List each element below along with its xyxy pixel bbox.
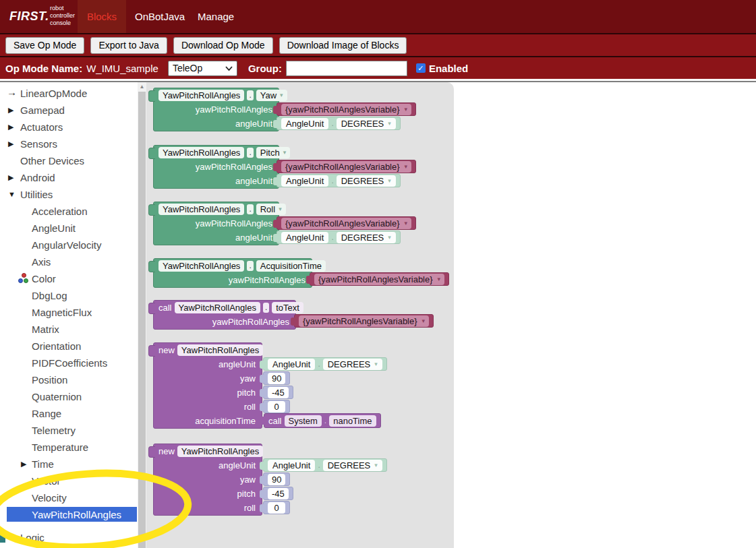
enum-value-dropdown[interactable]: DEGREES▾: [337, 118, 396, 129]
property-dropdown[interactable]: Yaw▾: [256, 90, 287, 101]
sidebar-item-linearopmode[interactable]: → LinearOpMode: [0, 85, 138, 102]
block-new-yawpitchrollangles-4param[interactable]: new YawPitchRollAngles angleUnit yaw pit…: [153, 444, 262, 516]
group-input[interactable]: [286, 61, 407, 76]
enum-class-field: AngleUnit: [281, 232, 328, 243]
angleunit-enum-block[interactable]: AngleUnit . DEGREES▾: [277, 117, 401, 130]
number-block-roll[interactable]: 0: [263, 400, 290, 413]
enum-value-dropdown[interactable]: DEGREES▾: [323, 460, 382, 471]
variable-dropdown[interactable]: {yawPitchRollAnglesVariable}▾: [281, 104, 411, 115]
object-field: YawPitchRollAngles: [158, 90, 244, 101]
value-connector-tab: [260, 403, 264, 411]
sidebar-item-orientation[interactable]: Orientation: [0, 338, 138, 355]
flavor-select[interactable]: TeleOp: [168, 61, 237, 76]
variable-dropdown[interactable]: {yawPitchRollAnglesVariable}▾: [299, 315, 429, 327]
sidebar-item-android[interactable]: ▶ Android: [0, 169, 138, 186]
tab-manage[interactable]: Manage: [198, 0, 234, 33]
input-label: yawPitchRollAngles: [154, 275, 312, 285]
property-dropdown[interactable]: Roll▾: [256, 204, 286, 215]
sidebar-item-logic[interactable]: Logic: [0, 529, 138, 546]
variable-dropdown[interactable]: {yawPitchRollAnglesVariable}▾: [314, 274, 444, 285]
sidebar-item-magneticflux[interactable]: MagneticFlux: [0, 304, 138, 321]
sidebar-item-axis[interactable]: Axis: [0, 253, 138, 270]
sidebar-item-dbglog[interactable]: DbgLog: [0, 287, 138, 304]
number-field[interactable]: 90: [268, 373, 285, 384]
number-block-roll[interactable]: 0: [263, 501, 290, 514]
number-block-pitch[interactable]: -45: [263, 386, 293, 399]
angleunit-enum-block[interactable]: AngleUnit . DEGREES▾: [277, 231, 401, 244]
scrollbar-thumb[interactable]: [138, 92, 146, 548]
enum-value-dropdown[interactable]: DEGREES▾: [337, 175, 396, 187]
sidebar-item-angularvelocity[interactable]: AngularVelocity: [0, 237, 138, 253]
variable-block[interactable]: {yawPitchRollAnglesVariable}▾: [310, 272, 449, 286]
number-field[interactable]: -45: [268, 488, 289, 499]
variable-block[interactable]: {yawPitchRollAnglesVariable}▾: [277, 216, 416, 230]
variable-dropdown[interactable]: {yawPitchRollAnglesVariable}▾: [281, 161, 411, 173]
dropdown-arrow-icon: ▾: [388, 177, 391, 184]
sidebar-item-pidfcoefficients[interactable]: PIDFCoefficients: [0, 355, 138, 371]
number-field[interactable]: 0: [268, 401, 285, 413]
block-yawpitchrollangles-acquisitiontime[interactable]: YawPitchRollAngles . AcquisitionTime yaw…: [153, 258, 312, 288]
variable-block[interactable]: {yawPitchRollAnglesVariable}▾: [294, 314, 434, 328]
output-connector-tab: [148, 148, 155, 159]
sidebar-item-position[interactable]: Position: [0, 371, 138, 388]
sidebar-item-actuators[interactable]: ▶ Actuators: [0, 119, 138, 135]
new-keyword: new: [158, 446, 175, 456]
tree-icon: [18, 273, 29, 284]
number-block-yaw[interactable]: 90: [263, 371, 290, 385]
block-call-system-nanotime[interactable]: call System . nanoTime: [264, 413, 381, 428]
number-block-pitch[interactable]: -45: [263, 487, 293, 500]
brand-subtitle-line: console: [50, 20, 75, 27]
value-connector-tab: [273, 220, 278, 228]
input-label: angleUnit: [154, 460, 262, 470]
number-field[interactable]: 90: [268, 474, 285, 485]
variable-block[interactable]: {yawPitchRollAnglesVariable}▾: [277, 102, 416, 116]
variable-block[interactable]: {yawPitchRollAnglesVariable}▾: [277, 160, 416, 173]
sidebar-item-velocity[interactable]: Velocity: [0, 489, 138, 506]
flavor-selected-value: TeleOp: [173, 63, 202, 73]
block-yawpitchrollangles-yaw[interactable]: YawPitchRollAngles . Yaw▾ yawPitchRollAn…: [153, 88, 279, 131]
number-field[interactable]: -45: [268, 387, 289, 398]
sidebar-item-quaternion[interactable]: Quaternion: [0, 388, 138, 405]
sidebar-item-color[interactable]: Color: [0, 270, 138, 287]
sidebar-item-utilities[interactable]: ▼ Utilities: [0, 186, 138, 203]
block-yawpitchrollangles-roll[interactable]: YawPitchRollAngles . Roll▾ yawPitchRollA…: [153, 202, 279, 245]
sidebar-item-range[interactable]: Range: [0, 405, 138, 422]
save-op-mode-button[interactable]: Save Op Mode: [5, 37, 84, 54]
sidebar-item-temperature[interactable]: Temperature: [0, 439, 138, 456]
enum-value-dropdown[interactable]: DEGREES▾: [337, 232, 396, 243]
angleunit-enum-block[interactable]: AngleUnit . DEGREES▾: [277, 174, 401, 187]
angleunit-enum-block[interactable]: AngleUnit . DEGREES▾: [263, 357, 387, 371]
property-dropdown[interactable]: Pitch▾: [256, 147, 290, 158]
enabled-checkbox[interactable]: ✓: [416, 63, 426, 73]
block-yawpitchrollangles-pitch[interactable]: YawPitchRollAngles . Pitch▾ yawPitchRoll…: [153, 145, 279, 189]
enum-value-dropdown[interactable]: DEGREES▾: [323, 359, 382, 370]
input-label: yawPitchRollAngles: [154, 317, 295, 327]
sidebar-item-time[interactable]: ▶ Time: [0, 456, 138, 473]
sidebar-item-matrix[interactable]: Matrix: [0, 321, 138, 338]
value-connector-tab: [273, 177, 278, 185]
input-label: angleUnit: [154, 119, 279, 129]
variable-dropdown[interactable]: {yawPitchRollAnglesVariable}▾: [281, 218, 411, 229]
block-call-yawpitchrollangles-totext[interactable]: call YawPitchRollAngles . toText yawPitc…: [153, 300, 296, 330]
sidebar-scrollbar[interactable]: ▲: [138, 82, 146, 548]
block-new-yawpitchrollangles-5param[interactable]: new YawPitchRollAngles angleUnit yaw pit…: [153, 342, 262, 429]
sidebar-item-sensors[interactable]: ▶ Sensors: [0, 135, 138, 152]
sidebar-item-label: Other Devices: [20, 155, 84, 166]
sidebar-item-gamepad[interactable]: ▶ Gamepad: [0, 102, 138, 119]
sidebar-item-telemetry[interactable]: Telemetry: [0, 422, 138, 439]
export-to-java-button[interactable]: Export to Java: [90, 37, 167, 54]
sidebar-item-other-devices[interactable]: Other Devices: [0, 152, 138, 169]
scroll-up-icon[interactable]: ▲: [138, 82, 146, 92]
sidebar-item-yawpitchrollangles[interactable]: YawPitchRollAngles: [0, 506, 138, 523]
tab-onbotjava[interactable]: OnBotJava: [135, 0, 185, 33]
download-op-mode-button[interactable]: Download Op Mode: [173, 37, 273, 54]
number-block-yaw[interactable]: 90: [263, 473, 290, 486]
angleunit-enum-block[interactable]: AngleUnit . DEGREES▾: [263, 458, 387, 472]
sidebar-item-acceleration[interactable]: Acceleration: [0, 203, 138, 220]
sidebar-item-vector[interactable]: Vector: [0, 473, 138, 489]
output-connector-tab: [148, 303, 155, 314]
download-image-of-blocks-button[interactable]: Download Image of Blocks: [279, 37, 407, 54]
tab-blocks[interactable]: Blocks: [78, 0, 126, 33]
number-field[interactable]: 0: [268, 502, 285, 514]
sidebar-item-angleunit[interactable]: AngleUnit: [0, 220, 138, 237]
